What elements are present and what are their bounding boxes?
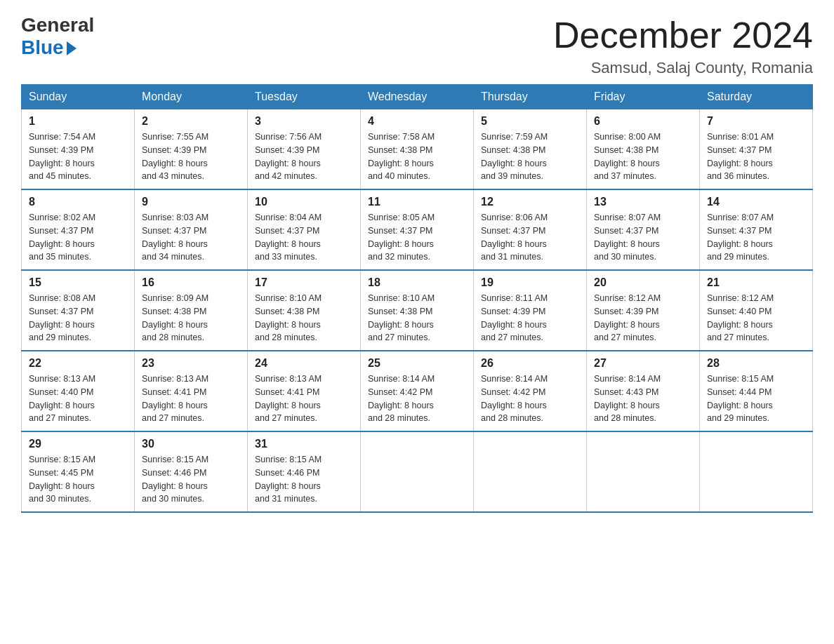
calendar-cell: 8 Sunrise: 8:02 AM Sunset: 4:37 PM Dayli… xyxy=(22,189,135,270)
day-number: 19 xyxy=(481,276,579,289)
day-info: Sunrise: 8:03 AM Sunset: 4:37 PM Dayligh… xyxy=(142,211,240,264)
day-number: 17 xyxy=(255,276,353,289)
day-info: Sunrise: 8:15 AM Sunset: 4:44 PM Dayligh… xyxy=(707,373,805,425)
calendar-cell: 30 Sunrise: 8:15 AM Sunset: 4:46 PM Dayl… xyxy=(135,431,248,512)
calendar-cell: 7 Sunrise: 8:01 AM Sunset: 4:37 PM Dayli… xyxy=(700,109,813,190)
day-info: Sunrise: 8:00 AM Sunset: 4:38 PM Dayligh… xyxy=(594,130,692,183)
calendar-cell: 22 Sunrise: 8:13 AM Sunset: 4:40 PM Dayl… xyxy=(22,351,135,431)
calendar-cell: 27 Sunrise: 8:14 AM Sunset: 4:43 PM Dayl… xyxy=(587,351,700,431)
day-number: 3 xyxy=(255,115,353,128)
calendar-week-row: 29 Sunrise: 8:15 AM Sunset: 4:45 PM Dayl… xyxy=(22,431,813,512)
day-info: Sunrise: 8:08 AM Sunset: 4:37 PM Dayligh… xyxy=(29,292,127,344)
day-number: 25 xyxy=(368,357,466,370)
day-info: Sunrise: 7:54 AM Sunset: 4:39 PM Dayligh… xyxy=(29,130,127,183)
day-number: 4 xyxy=(368,115,466,128)
header-monday: Monday xyxy=(135,85,248,109)
calendar-cell: 25 Sunrise: 8:14 AM Sunset: 4:42 PM Dayl… xyxy=(361,351,474,431)
day-number: 11 xyxy=(368,196,466,208)
day-number: 15 xyxy=(29,276,127,289)
header-thursday: Thursday xyxy=(474,85,587,109)
calendar-cell: 14 Sunrise: 8:07 AM Sunset: 4:37 PM Dayl… xyxy=(700,189,813,270)
calendar-table: SundayMondayTuesdayWednesdayThursdayFrid… xyxy=(21,84,813,513)
calendar-cell: 2 Sunrise: 7:55 AM Sunset: 4:39 PM Dayli… xyxy=(135,109,248,190)
day-info: Sunrise: 8:01 AM Sunset: 4:37 PM Dayligh… xyxy=(707,130,805,183)
month-title: December 2024 xyxy=(553,14,813,56)
day-info: Sunrise: 7:58 AM Sunset: 4:38 PM Dayligh… xyxy=(368,130,466,183)
calendar-cell: 6 Sunrise: 8:00 AM Sunset: 4:38 PM Dayli… xyxy=(587,109,700,190)
day-info: Sunrise: 8:13 AM Sunset: 4:41 PM Dayligh… xyxy=(142,373,240,425)
day-info: Sunrise: 8:06 AM Sunset: 4:37 PM Dayligh… xyxy=(481,211,579,264)
day-number: 1 xyxy=(29,115,127,128)
header-friday: Friday xyxy=(587,85,700,109)
day-number: 27 xyxy=(594,357,692,370)
calendar-cell xyxy=(361,431,474,512)
day-info: Sunrise: 8:10 AM Sunset: 4:38 PM Dayligh… xyxy=(255,292,353,344)
day-info: Sunrise: 8:11 AM Sunset: 4:39 PM Dayligh… xyxy=(481,292,579,344)
day-info: Sunrise: 8:15 AM Sunset: 4:46 PM Dayligh… xyxy=(142,453,240,506)
header-sunday: Sunday xyxy=(22,85,135,109)
day-info: Sunrise: 8:14 AM Sunset: 4:42 PM Dayligh… xyxy=(368,373,466,425)
day-info: Sunrise: 8:14 AM Sunset: 4:43 PM Dayligh… xyxy=(594,373,692,425)
calendar-cell: 20 Sunrise: 8:12 AM Sunset: 4:39 PM Dayl… xyxy=(587,270,700,351)
day-number: 2 xyxy=(142,115,240,128)
day-number: 6 xyxy=(594,115,692,128)
logo-arrow-icon xyxy=(67,41,77,55)
logo: General Blue xyxy=(21,14,94,59)
calendar-cell: 5 Sunrise: 7:59 AM Sunset: 4:38 PM Dayli… xyxy=(474,109,587,190)
day-info: Sunrise: 8:04 AM Sunset: 4:37 PM Dayligh… xyxy=(255,211,353,264)
calendar-cell: 15 Sunrise: 8:08 AM Sunset: 4:37 PM Dayl… xyxy=(22,270,135,351)
day-info: Sunrise: 7:56 AM Sunset: 4:39 PM Dayligh… xyxy=(255,130,353,183)
logo-general-text: General xyxy=(21,14,94,36)
calendar-cell xyxy=(587,431,700,512)
day-info: Sunrise: 8:12 AM Sunset: 4:39 PM Dayligh… xyxy=(594,292,692,344)
title-area: December 2024 Samsud, Salaj County, Roma… xyxy=(553,14,813,77)
day-number: 26 xyxy=(481,357,579,370)
calendar-cell: 10 Sunrise: 8:04 AM Sunset: 4:37 PM Dayl… xyxy=(248,189,361,270)
calendar-cell: 23 Sunrise: 8:13 AM Sunset: 4:41 PM Dayl… xyxy=(135,351,248,431)
calendar-cell: 18 Sunrise: 8:10 AM Sunset: 4:38 PM Dayl… xyxy=(361,270,474,351)
calendar-cell: 26 Sunrise: 8:14 AM Sunset: 4:42 PM Dayl… xyxy=(474,351,587,431)
calendar-cell: 17 Sunrise: 8:10 AM Sunset: 4:38 PM Dayl… xyxy=(248,270,361,351)
calendar-header-row: SundayMondayTuesdayWednesdayThursdayFrid… xyxy=(22,85,813,109)
day-info: Sunrise: 8:10 AM Sunset: 4:38 PM Dayligh… xyxy=(368,292,466,344)
calendar-cell: 19 Sunrise: 8:11 AM Sunset: 4:39 PM Dayl… xyxy=(474,270,587,351)
calendar-cell: 9 Sunrise: 8:03 AM Sunset: 4:37 PM Dayli… xyxy=(135,189,248,270)
day-info: Sunrise: 8:05 AM Sunset: 4:37 PM Dayligh… xyxy=(368,211,466,264)
day-info: Sunrise: 8:09 AM Sunset: 4:38 PM Dayligh… xyxy=(142,292,240,344)
calendar-cell: 4 Sunrise: 7:58 AM Sunset: 4:38 PM Dayli… xyxy=(361,109,474,190)
calendar-cell: 21 Sunrise: 8:12 AM Sunset: 4:40 PM Dayl… xyxy=(700,270,813,351)
calendar-cell xyxy=(474,431,587,512)
calendar-week-row: 15 Sunrise: 8:08 AM Sunset: 4:37 PM Dayl… xyxy=(22,270,813,351)
calendar-cell: 28 Sunrise: 8:15 AM Sunset: 4:44 PM Dayl… xyxy=(700,351,813,431)
calendar-cell: 29 Sunrise: 8:15 AM Sunset: 4:45 PM Dayl… xyxy=(22,431,135,512)
day-info: Sunrise: 8:12 AM Sunset: 4:40 PM Dayligh… xyxy=(707,292,805,344)
day-info: Sunrise: 8:15 AM Sunset: 4:45 PM Dayligh… xyxy=(29,453,127,506)
day-number: 16 xyxy=(142,276,240,289)
calendar-cell: 1 Sunrise: 7:54 AM Sunset: 4:39 PM Dayli… xyxy=(22,109,135,190)
calendar-cell: 24 Sunrise: 8:13 AM Sunset: 4:41 PM Dayl… xyxy=(248,351,361,431)
header-tuesday: Tuesday xyxy=(248,85,361,109)
day-number: 12 xyxy=(481,196,579,208)
day-number: 5 xyxy=(481,115,579,128)
calendar-cell: 31 Sunrise: 8:15 AM Sunset: 4:46 PM Dayl… xyxy=(248,431,361,512)
day-number: 10 xyxy=(255,196,353,208)
day-info: Sunrise: 8:07 AM Sunset: 4:37 PM Dayligh… xyxy=(707,211,805,264)
calendar-cell: 12 Sunrise: 8:06 AM Sunset: 4:37 PM Dayl… xyxy=(474,189,587,270)
calendar-cell: 13 Sunrise: 8:07 AM Sunset: 4:37 PM Dayl… xyxy=(587,189,700,270)
day-info: Sunrise: 8:13 AM Sunset: 4:41 PM Dayligh… xyxy=(255,373,353,425)
location-text: Samsud, Salaj County, Romania xyxy=(553,59,813,77)
day-number: 30 xyxy=(142,438,240,450)
day-number: 18 xyxy=(368,276,466,289)
day-info: Sunrise: 8:13 AM Sunset: 4:40 PM Dayligh… xyxy=(29,373,127,425)
day-info: Sunrise: 8:07 AM Sunset: 4:37 PM Dayligh… xyxy=(594,211,692,264)
calendar-week-row: 22 Sunrise: 8:13 AM Sunset: 4:40 PM Dayl… xyxy=(22,351,813,431)
calendar-week-row: 8 Sunrise: 8:02 AM Sunset: 4:37 PM Dayli… xyxy=(22,189,813,270)
calendar-cell xyxy=(700,431,813,512)
day-info: Sunrise: 7:55 AM Sunset: 4:39 PM Dayligh… xyxy=(142,130,240,183)
day-number: 9 xyxy=(142,196,240,208)
day-number: 7 xyxy=(707,115,805,128)
day-number: 14 xyxy=(707,196,805,208)
day-number: 21 xyxy=(707,276,805,289)
day-info: Sunrise: 8:14 AM Sunset: 4:42 PM Dayligh… xyxy=(481,373,579,425)
day-info: Sunrise: 7:59 AM Sunset: 4:38 PM Dayligh… xyxy=(481,130,579,183)
